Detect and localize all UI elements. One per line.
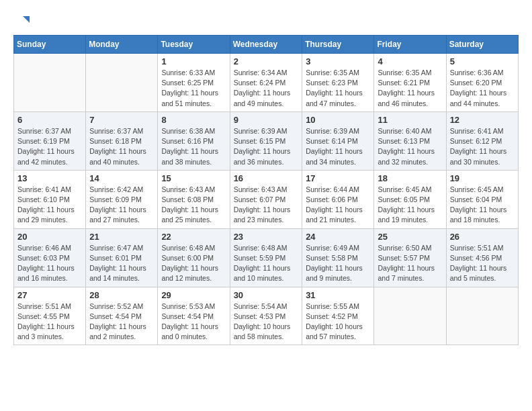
logo-general: [13, 13, 30, 28]
day-info: Sunrise: 6:36 AM Sunset: 6:20 PM Dayligh…: [450, 68, 515, 109]
day-number: 14: [89, 173, 154, 183]
day-info: Sunrise: 6:37 AM Sunset: 6:18 PM Dayligh…: [89, 126, 154, 167]
header-wednesday: Wednesday: [230, 36, 302, 54]
day-number: 18: [378, 173, 442, 183]
calendar-cell: 2Sunrise: 6:34 AM Sunset: 6:24 PM Daylig…: [230, 54, 302, 112]
calendar-cell: 11Sunrise: 6:40 AM Sunset: 6:13 PM Dayli…: [374, 111, 446, 170]
calendar-cell: 5Sunrise: 6:36 AM Sunset: 6:20 PM Daylig…: [446, 54, 518, 112]
day-number: 26: [450, 232, 515, 242]
calendar-cell: 30Sunrise: 5:54 AM Sunset: 4:53 PM Dayli…: [230, 287, 302, 345]
calendar-cell: 26Sunrise: 5:51 AM Sunset: 4:56 PM Dayli…: [446, 228, 518, 287]
day-info: Sunrise: 6:35 AM Sunset: 6:23 PM Dayligh…: [306, 68, 370, 109]
day-info: Sunrise: 5:51 AM Sunset: 4:55 PM Dayligh…: [17, 302, 82, 342]
day-number: 31: [306, 290, 370, 300]
calendar-cell: 8Sunrise: 6:38 AM Sunset: 6:16 PM Daylig…: [158, 111, 230, 170]
day-info: Sunrise: 6:45 AM Sunset: 6:05 PM Dayligh…: [378, 185, 442, 226]
calendar-cell: 21Sunrise: 6:47 AM Sunset: 6:01 PM Dayli…: [86, 228, 158, 287]
day-number: 12: [450, 115, 515, 125]
day-number: 29: [161, 290, 226, 300]
calendar-week-4: 20Sunrise: 6:46 AM Sunset: 6:03 PM Dayli…: [14, 228, 519, 287]
calendar-week-2: 6Sunrise: 6:37 AM Sunset: 6:19 PM Daylig…: [14, 111, 519, 170]
day-number: 21: [89, 232, 154, 242]
calendar-cell: 13Sunrise: 6:41 AM Sunset: 6:10 PM Dayli…: [14, 170, 86, 228]
day-number: 16: [234, 173, 299, 183]
calendar-cell: [14, 54, 86, 112]
day-number: 23: [234, 232, 299, 242]
header-saturday: Saturday: [446, 36, 518, 54]
day-number: 7: [89, 115, 154, 125]
calendar-cell: 17Sunrise: 6:44 AM Sunset: 6:06 PM Dayli…: [302, 170, 374, 228]
calendar-cell: 25Sunrise: 6:50 AM Sunset: 5:57 PM Dayli…: [374, 228, 446, 287]
day-number: 17: [306, 173, 370, 183]
calendar-cell: 3Sunrise: 6:35 AM Sunset: 6:23 PM Daylig…: [302, 54, 374, 112]
day-number: 5: [450, 56, 515, 66]
day-number: 6: [17, 115, 82, 125]
calendar-cell: 24Sunrise: 6:49 AM Sunset: 5:58 PM Dayli…: [302, 228, 374, 287]
day-info: Sunrise: 6:40 AM Sunset: 6:13 PM Dayligh…: [378, 126, 442, 167]
day-number: 11: [378, 115, 442, 125]
calendar-cell: 27Sunrise: 5:51 AM Sunset: 4:55 PM Dayli…: [14, 287, 86, 345]
day-number: 15: [161, 173, 226, 183]
calendar-cell: 31Sunrise: 5:55 AM Sunset: 4:52 PM Dayli…: [302, 287, 374, 345]
day-number: 25: [378, 232, 442, 242]
day-info: Sunrise: 6:42 AM Sunset: 6:09 PM Dayligh…: [89, 185, 154, 226]
day-info: Sunrise: 6:48 AM Sunset: 5:59 PM Dayligh…: [234, 243, 299, 284]
day-info: Sunrise: 6:46 AM Sunset: 6:03 PM Dayligh…: [17, 243, 82, 284]
day-number: 19: [450, 173, 515, 183]
calendar-cell: 18Sunrise: 6:45 AM Sunset: 6:05 PM Dayli…: [374, 170, 446, 228]
day-info: Sunrise: 6:43 AM Sunset: 6:08 PM Dayligh…: [161, 185, 226, 226]
day-number: 9: [234, 115, 299, 125]
day-number: 30: [234, 290, 299, 300]
day-number: 10: [306, 115, 370, 125]
day-info: Sunrise: 5:54 AM Sunset: 4:53 PM Dayligh…: [234, 302, 299, 342]
calendar-cell: [374, 287, 446, 345]
calendar-cell: 9Sunrise: 6:39 AM Sunset: 6:15 PM Daylig…: [230, 111, 302, 170]
calendar-cell: 7Sunrise: 6:37 AM Sunset: 6:18 PM Daylig…: [86, 111, 158, 170]
day-info: Sunrise: 6:44 AM Sunset: 6:06 PM Dayligh…: [306, 185, 370, 226]
calendar-week-5: 27Sunrise: 5:51 AM Sunset: 4:55 PM Dayli…: [14, 287, 519, 345]
day-info: Sunrise: 6:39 AM Sunset: 6:15 PM Dayligh…: [234, 126, 299, 167]
day-number: 2: [234, 56, 299, 66]
calendar-cell: 6Sunrise: 6:37 AM Sunset: 6:19 PM Daylig…: [14, 111, 86, 170]
day-info: Sunrise: 6:41 AM Sunset: 6:12 PM Dayligh…: [450, 126, 515, 167]
calendar-cell: 14Sunrise: 6:42 AM Sunset: 6:09 PM Dayli…: [86, 170, 158, 228]
calendar-week-3: 13Sunrise: 6:41 AM Sunset: 6:10 PM Dayli…: [14, 170, 519, 228]
day-number: 22: [161, 232, 226, 242]
day-info: Sunrise: 6:33 AM Sunset: 6:25 PM Dayligh…: [161, 68, 226, 109]
day-info: Sunrise: 6:47 AM Sunset: 6:01 PM Dayligh…: [89, 243, 154, 284]
calendar-cell: [86, 54, 158, 112]
calendar-cell: 16Sunrise: 6:43 AM Sunset: 6:07 PM Dayli…: [230, 170, 302, 228]
day-number: 28: [89, 290, 154, 300]
day-info: Sunrise: 6:37 AM Sunset: 6:19 PM Dayligh…: [17, 126, 82, 167]
calendar-header-row: SundayMondayTuesdayWednesdayThursdayFrid…: [14, 36, 519, 54]
calendar-cell: 15Sunrise: 6:43 AM Sunset: 6:08 PM Dayli…: [158, 170, 230, 228]
day-number: 3: [306, 56, 370, 66]
calendar-cell: 20Sunrise: 6:46 AM Sunset: 6:03 PM Dayli…: [14, 228, 86, 287]
calendar-table: SundayMondayTuesdayWednesdayThursdayFrid…: [13, 35, 519, 345]
logo-icon: [15, 13, 30, 28]
day-number: 27: [17, 290, 82, 300]
calendar-cell: 4Sunrise: 6:35 AM Sunset: 6:21 PM Daylig…: [374, 54, 446, 112]
day-number: 1: [161, 56, 226, 66]
header-friday: Friday: [374, 36, 446, 54]
calendar-cell: 10Sunrise: 6:39 AM Sunset: 6:14 PM Dayli…: [302, 111, 374, 170]
calendar-cell: 29Sunrise: 5:53 AM Sunset: 4:54 PM Dayli…: [158, 287, 230, 345]
day-number: 4: [378, 56, 442, 66]
calendar-cell: 1Sunrise: 6:33 AM Sunset: 6:25 PM Daylig…: [158, 54, 230, 112]
calendar-cell: 12Sunrise: 6:41 AM Sunset: 6:12 PM Dayli…: [446, 111, 518, 170]
calendar-cell: 19Sunrise: 6:45 AM Sunset: 6:04 PM Dayli…: [446, 170, 518, 228]
logo: [13, 13, 30, 28]
day-info: Sunrise: 6:35 AM Sunset: 6:21 PM Dayligh…: [378, 68, 442, 109]
svg-marker-0: [23, 16, 30, 23]
day-info: Sunrise: 6:49 AM Sunset: 5:58 PM Dayligh…: [306, 243, 370, 284]
day-info: Sunrise: 6:43 AM Sunset: 6:07 PM Dayligh…: [234, 185, 299, 226]
calendar-week-1: 1Sunrise: 6:33 AM Sunset: 6:25 PM Daylig…: [14, 54, 519, 112]
day-info: Sunrise: 6:50 AM Sunset: 5:57 PM Dayligh…: [378, 243, 442, 284]
day-number: 24: [306, 232, 370, 242]
day-number: 8: [161, 115, 226, 125]
header-thursday: Thursday: [302, 36, 374, 54]
calendar-cell: [446, 287, 518, 345]
day-info: Sunrise: 6:38 AM Sunset: 6:16 PM Dayligh…: [161, 126, 226, 167]
calendar-cell: 28Sunrise: 5:52 AM Sunset: 4:54 PM Dayli…: [86, 287, 158, 345]
page-header: [13, 13, 519, 28]
